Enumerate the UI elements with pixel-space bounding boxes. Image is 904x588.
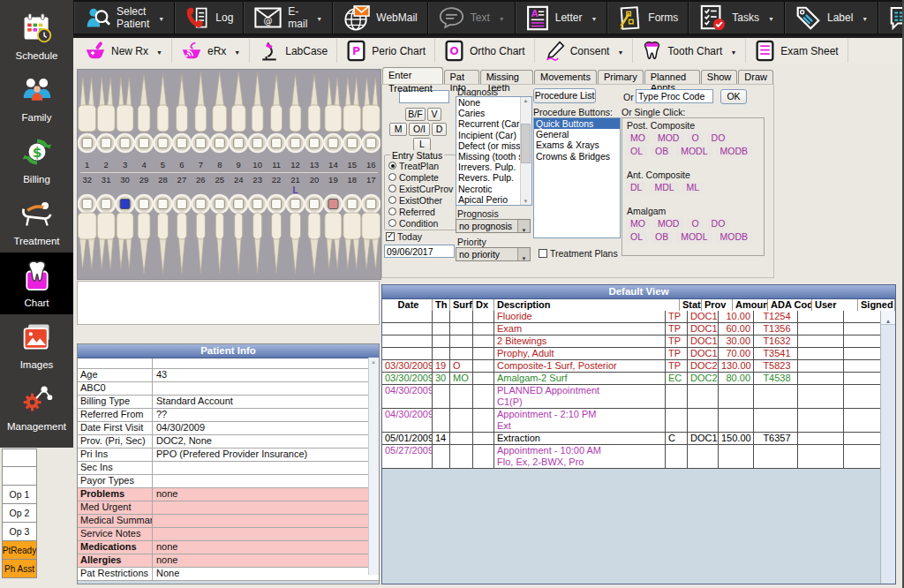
tab-pat-info[interactable]: Pat Info	[444, 70, 479, 84]
scrollbar-thumb[interactable]	[521, 124, 531, 163]
procedure-category-exams-xrays[interactable]: Exams & Xrays	[534, 139, 620, 150]
quick-proc-button[interactable]: MODL	[676, 231, 712, 243]
entry-status-option-treatplan[interactable]: TreatPlan	[388, 160, 456, 171]
toolbar-log-button[interactable]: Log	[175, 2, 244, 34]
dropdown-arrow-icon[interactable]	[730, 45, 736, 57]
status-cell-ph-asst[interactable]: Ph Asst	[2, 560, 37, 578]
procedure-row[interactable]: FluorideTPDOC110.00T1254	[382, 311, 881, 323]
quick-proc-button[interactable]: MO	[626, 132, 650, 144]
procedure-list-button[interactable]: Procedure List	[533, 88, 596, 103]
patient-info-row-service-notes[interactable]: Service Notes	[78, 528, 379, 541]
quick-proc-button[interactable]: OL	[626, 231, 647, 243]
tab-movements[interactable]: Movements	[534, 70, 597, 84]
sidebar-module-schedule[interactable]: Schedule	[0, 5, 73, 67]
proc-code-input[interactable]	[636, 89, 713, 103]
quick-proc-button[interactable]: MOD	[653, 218, 684, 230]
column-header-dx[interactable]: Dx	[473, 299, 494, 312]
entry-status-option-complete[interactable]: Complete	[388, 171, 456, 183]
diagnosis-option[interactable]: Apical Perio	[456, 194, 521, 205]
diagnosis-option[interactable]: Incipient (Car)	[456, 130, 521, 140]
operatory-cell-5[interactable]: Op 3	[2, 523, 37, 541]
scroll-up-icon[interactable]	[881, 311, 895, 325]
dropdown-arrow-icon[interactable]	[862, 11, 868, 24]
patient-info-row-payor-types[interactable]: Payor Types	[78, 475, 379, 488]
diagnosis-option[interactable]: Defect (or miss	[456, 140, 521, 151]
quick-proc-button[interactable]: DO	[707, 218, 730, 230]
diagnosis-option[interactable]: None	[456, 97, 521, 108]
procedure-date-input[interactable]	[384, 245, 455, 258]
radio-button[interactable]	[388, 196, 396, 204]
patient-info-row-sec-ins[interactable]: Sec Ins	[78, 462, 379, 475]
quick-proc-button[interactable]: MO	[626, 218, 650, 230]
column-header-ada-code[interactable]: ADA Code	[768, 299, 812, 312]
patient-info-row-medications[interactable]: Medicationsnone	[78, 541, 379, 554]
procedure-row[interactable]: 2 BitewingsTPDOC130.00T1632	[382, 335, 881, 348]
sidebar-module-images[interactable]: Images	[0, 314, 73, 376]
chart-toolbar-erx-button[interactable]: eRx	[172, 39, 250, 63]
procedure-row[interactable]: 05/27/2009Appointment - 10:00 AMFlo, Ex,…	[382, 445, 881, 469]
procedure-category-quick-buttons[interactable]: Quick Buttons	[534, 118, 620, 129]
tab-show[interactable]: Show	[701, 70, 738, 84]
priority-dropdown[interactable]: no priority	[456, 247, 531, 261]
quick-proc-button[interactable]: MODL	[676, 146, 712, 157]
quick-proc-button[interactable]: MOD	[653, 132, 684, 144]
procedure-category-general[interactable]: General	[534, 129, 620, 139]
dropdown-arrow-icon[interactable]	[617, 45, 623, 57]
treatment-plans-checkbox[interactable]: Treatment Plans	[539, 248, 618, 259]
column-header-description[interactable]: Description	[494, 299, 680, 312]
column-header-amount[interactable]: Amount	[733, 299, 768, 312]
procedure-row[interactable]: 05/01/200914ExtractionCDOC1150.00T6357	[382, 433, 881, 445]
patient-info-row-med-urgent[interactable]: Med Urgent	[78, 501, 379, 515]
patient-info-row-prov-pri-sec[interactable]: Prov. (Pri, Sec)DOC2, None	[78, 435, 379, 449]
diagnosis-listbox[interactable]: NoneCariesRecurrent (Car)Incipient (Car)…	[456, 96, 532, 206]
surface-d-button[interactable]: D	[432, 123, 447, 136]
prognosis-dropdown[interactable]: no prognosis	[456, 219, 531, 233]
patient-info-row-date-first-visit[interactable]: Date First Visit04/30/2009	[78, 422, 379, 435]
toolbar-letter-button[interactable]: ALetter	[516, 2, 608, 34]
chart-toolbar-ortho-chart-button[interactable]: OOrtho Chart	[435, 39, 535, 63]
dropdown-arrow-icon[interactable]	[156, 45, 162, 57]
quick-proc-button[interactable]: MODB	[716, 231, 753, 243]
column-header-date[interactable]: Date	[382, 299, 433, 312]
dropdown-arrow-icon[interactable]	[768, 11, 774, 24]
diagnosis-option[interactable]: Missing (tooth s	[456, 151, 521, 162]
patient-info-row-pri-ins[interactable]: Pri InsPPO (Prefered Provider Insurance)	[78, 449, 379, 462]
surface-v-button[interactable]: V	[427, 108, 441, 121]
tab-draw[interactable]: Draw	[738, 70, 773, 84]
chart-toolbar-labcase-button[interactable]: LabCase	[250, 39, 337, 63]
operatory-cell-3[interactable]: Op 1	[2, 486, 37, 504]
quick-proc-button[interactable]: MDL	[650, 182, 678, 193]
dropdown-arrow-icon[interactable]	[591, 11, 597, 24]
quick-proc-button[interactable]: O	[687, 218, 703, 230]
entry-status-option-condition[interactable]: Condition	[388, 217, 456, 229]
surface-m-button[interactable]: M	[389, 123, 407, 136]
column-header-user[interactable]: User	[812, 299, 858, 312]
column-header-th[interactable]: Th	[433, 299, 450, 312]
procedure-row[interactable]: 03/30/200930MOAmalgam-2 SurfECDOC280.00T…	[382, 373, 881, 385]
ok-button[interactable]: OK	[720, 89, 747, 104]
tab-primary[interactable]: Primary	[598, 70, 644, 84]
surface-bf-button[interactable]: B/F	[405, 108, 426, 121]
toolbar-label-button[interactable]: Label	[785, 2, 878, 34]
chart-toolbar-tooth-chart-button[interactable]: Tooth Chart	[633, 39, 746, 63]
quick-proc-button[interactable]: OL	[626, 146, 647, 157]
column-header-signed[interactable]: Signed	[858, 299, 895, 312]
sidebar-module-billing[interactable]: $Billing	[0, 129, 73, 191]
sidebar-module-family[interactable]: Family	[0, 67, 73, 129]
diagnosis-option[interactable]: Recurrent (Car)	[456, 118, 521, 129]
chart-toolbar-new-rx-button[interactable]: New Rx	[76, 39, 172, 63]
dropdown-arrow-icon[interactable]	[316, 11, 322, 24]
column-header-surf[interactable]: Surf	[450, 299, 473, 312]
radio-button[interactable]	[388, 162, 396, 170]
dropdown-arrow-icon[interactable]	[517, 248, 530, 260]
toolbar-tasks-button[interactable]: Tasks	[689, 2, 785, 34]
procedure-row[interactable]: ExamTPDOC160.00T1356	[382, 323, 881, 335]
patient-info-row-medical-summary[interactable]: Medical Summary	[78, 515, 379, 528]
column-header-stat[interactable]: Stat	[680, 299, 702, 312]
toolbar-e-mail-button[interactable]: @E-mail	[244, 2, 333, 34]
procedure-category-crowns-bridges[interactable]: Crowns & Bridges	[534, 151, 620, 162]
procedure-row[interactable]: 04/30/2009PLANNED AppointmentC1(P)	[382, 385, 881, 409]
tab-missing-teeth[interactable]: Missing Teeth	[480, 70, 533, 84]
quick-proc-button[interactable]: MODB	[716, 146, 753, 157]
quick-proc-button[interactable]: O	[687, 132, 703, 144]
